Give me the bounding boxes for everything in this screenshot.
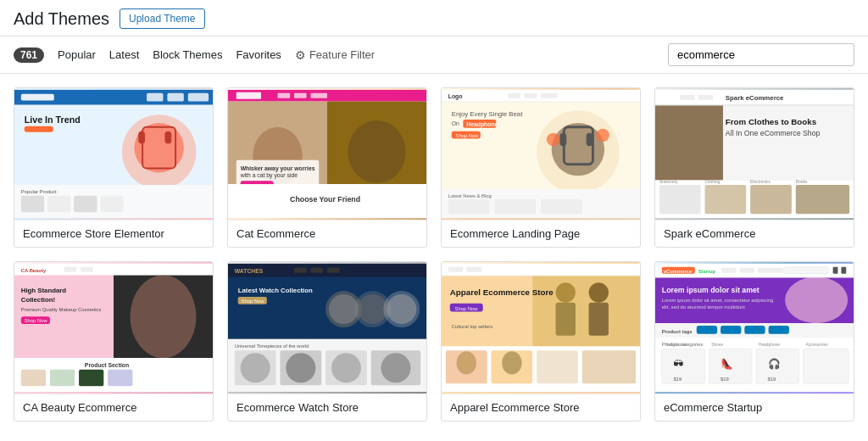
theme-thumbnail-7: Apparel Ecommerce Store Shop Now Cultura… bbox=[442, 262, 640, 394]
svg-rect-143 bbox=[537, 350, 578, 383]
svg-text:Clothing: Clothing bbox=[705, 180, 721, 184]
svg-rect-131 bbox=[532, 276, 640, 347]
svg-text:Headphone: Headphone bbox=[466, 121, 498, 128]
svg-rect-41 bbox=[525, 93, 537, 98]
theme-card-6[interactable]: WATCHES Latest Watch Collection Shop Now bbox=[227, 261, 427, 421]
svg-point-54 bbox=[547, 133, 560, 147]
svg-point-124 bbox=[381, 353, 410, 382]
theme-thumbnail-8: eCommerce Startup Lorem ipsum dolor sit … bbox=[655, 262, 854, 394]
theme-thumbnail-5: CA Beauty High Standard Collection! Prem… bbox=[14, 262, 213, 394]
svg-rect-102 bbox=[294, 268, 307, 273]
feature-filter-button[interactable]: ⚙ Feature Filter bbox=[295, 48, 375, 62]
svg-rect-18 bbox=[100, 196, 123, 213]
svg-text:Startup: Startup bbox=[698, 269, 716, 274]
svg-text:$19: $19 bbox=[721, 377, 729, 382]
svg-text:Shop Now: Shop Now bbox=[455, 306, 479, 311]
svg-text:Product Section: Product Section bbox=[85, 362, 129, 368]
svg-rect-129 bbox=[466, 267, 481, 272]
svg-rect-95 bbox=[21, 370, 46, 387]
svg-text:Books: Books bbox=[796, 180, 808, 184]
svg-rect-155 bbox=[758, 268, 782, 273]
feature-filter-label: Feature Filter bbox=[309, 48, 375, 61]
svg-rect-96 bbox=[50, 370, 75, 387]
svg-rect-133 bbox=[556, 303, 576, 336]
svg-text:elit, sed do eiusmod tempor in: elit, sed do eiusmod tempor incididunt bbox=[662, 304, 745, 310]
theme-card-2[interactable]: Whisker away your worries with a cat by … bbox=[227, 87, 427, 248]
theme-card-4[interactable]: Spark eCommerce From Clothes to Books Al… bbox=[654, 87, 854, 248]
svg-text:All In One eCommerce Shop: All In One eCommerce Shop bbox=[726, 129, 821, 137]
filter-latest[interactable]: Latest bbox=[109, 48, 139, 61]
svg-text:🕶: 🕶 bbox=[673, 358, 683, 369]
svg-rect-60 bbox=[541, 199, 582, 215]
svg-rect-3 bbox=[147, 93, 164, 102]
svg-point-87 bbox=[131, 276, 197, 359]
svg-rect-65 bbox=[680, 95, 695, 100]
svg-rect-2 bbox=[21, 94, 54, 101]
gear-icon: ⚙ bbox=[295, 48, 306, 62]
filter-block-themes[interactable]: Block Themes bbox=[153, 48, 222, 61]
theme-name-3: Ecommerce Landing Page bbox=[442, 220, 640, 247]
svg-rect-17 bbox=[74, 196, 97, 213]
theme-name-4: Spark eCommerce bbox=[655, 220, 854, 247]
svg-rect-11 bbox=[138, 131, 145, 144]
svg-rect-59 bbox=[494, 199, 536, 215]
svg-text:Lorem ipsum dolor sit amet: Lorem ipsum dolor sit amet bbox=[662, 286, 760, 294]
svg-rect-24 bbox=[311, 93, 328, 98]
svg-rect-23 bbox=[294, 93, 307, 98]
svg-point-28 bbox=[348, 120, 405, 183]
svg-rect-40 bbox=[508, 93, 520, 98]
theme-card-5[interactable]: CA Beauty High Standard Collection! Prem… bbox=[14, 261, 214, 421]
svg-rect-66 bbox=[698, 95, 714, 100]
theme-name-1: Ecommerce Store Elementor bbox=[14, 220, 213, 247]
svg-rect-166 bbox=[697, 326, 717, 334]
search-input[interactable] bbox=[668, 43, 854, 66]
filter-popular[interactable]: Popular bbox=[58, 48, 96, 61]
svg-rect-156 bbox=[783, 267, 829, 274]
theme-card-7[interactable]: Apparel Ecommerce Store Shop Now Cultura… bbox=[441, 261, 641, 421]
svg-rect-153 bbox=[721, 268, 737, 273]
svg-rect-83 bbox=[64, 267, 77, 272]
svg-rect-69 bbox=[655, 105, 723, 180]
svg-text:Cultural top sellers: Cultural top sellers bbox=[452, 324, 492, 329]
svg-rect-167 bbox=[721, 326, 741, 334]
filters-bar: 761 Popular Latest Block Themes Favorite… bbox=[0, 36, 868, 74]
svg-text:Electronics: Electronics bbox=[750, 180, 771, 184]
svg-text:Stationery: Stationery bbox=[659, 180, 678, 184]
svg-rect-103 bbox=[311, 268, 324, 273]
svg-rect-75 bbox=[796, 185, 849, 214]
svg-rect-5 bbox=[188, 93, 209, 102]
svg-rect-128 bbox=[448, 267, 464, 272]
theme-thumbnail-4: Spark eCommerce From Clothes to Books Al… bbox=[655, 88, 854, 220]
svg-rect-97 bbox=[79, 370, 103, 387]
filter-favorites[interactable]: Favorites bbox=[236, 48, 281, 61]
svg-point-146 bbox=[502, 351, 521, 374]
svg-text:Shop Now: Shop Now bbox=[25, 318, 48, 323]
svg-point-50 bbox=[552, 123, 604, 176]
theme-thumbnail-3: Logo Enjoy Every Single Beat On Headphon… bbox=[442, 88, 640, 220]
theme-thumbnail-6: WATCHES Latest Watch Collection Shop Now bbox=[228, 262, 426, 394]
svg-text:On: On bbox=[452, 120, 459, 126]
svg-point-121 bbox=[241, 353, 270, 382]
svg-text:eCommerce: eCommerce bbox=[664, 269, 693, 274]
svg-text:👠: 👠 bbox=[721, 358, 733, 370]
svg-rect-154 bbox=[739, 268, 754, 273]
svg-text:Lorem ipsum dolor sit amet, co: Lorem ipsum dolor sit amet, consectetur … bbox=[662, 298, 774, 303]
theme-card-3[interactable]: Logo Enjoy Every Single Beat On Headphon… bbox=[441, 87, 641, 248]
svg-text:Enjoy Every Single Beat: Enjoy Every Single Beat bbox=[452, 110, 523, 118]
svg-rect-158 bbox=[841, 267, 846, 274]
svg-point-132 bbox=[556, 282, 576, 302]
svg-rect-169 bbox=[769, 326, 789, 334]
theme-card-1[interactable]: Live In Trend Popular Product Ecommerce … bbox=[14, 87, 214, 248]
theme-name-7: Apparel Ecommerce Store bbox=[442, 394, 640, 421]
svg-text:Accessories: Accessories bbox=[805, 343, 828, 347]
upload-theme-button[interactable]: Upload Theme bbox=[120, 8, 205, 29]
theme-card-8[interactable]: eCommerce Startup Lorem ipsum dolor sit … bbox=[654, 261, 854, 421]
svg-rect-38 bbox=[442, 102, 640, 103]
theme-name-6: Ecommerce Watch Store bbox=[228, 394, 426, 421]
svg-text:Choose Your Friend: Choose Your Friend bbox=[290, 195, 360, 204]
svg-text:Whisker away your worries: Whisker away your worries bbox=[241, 165, 315, 172]
svg-text:Latest News & Blog: Latest News & Blog bbox=[448, 193, 492, 198]
svg-text:Premium Quality Makeup Cosmeti: Premium Quality Makeup Cosmetics bbox=[21, 307, 102, 312]
svg-rect-175 bbox=[804, 349, 849, 383]
page-header: Add Themes Upload Theme bbox=[0, 0, 868, 36]
